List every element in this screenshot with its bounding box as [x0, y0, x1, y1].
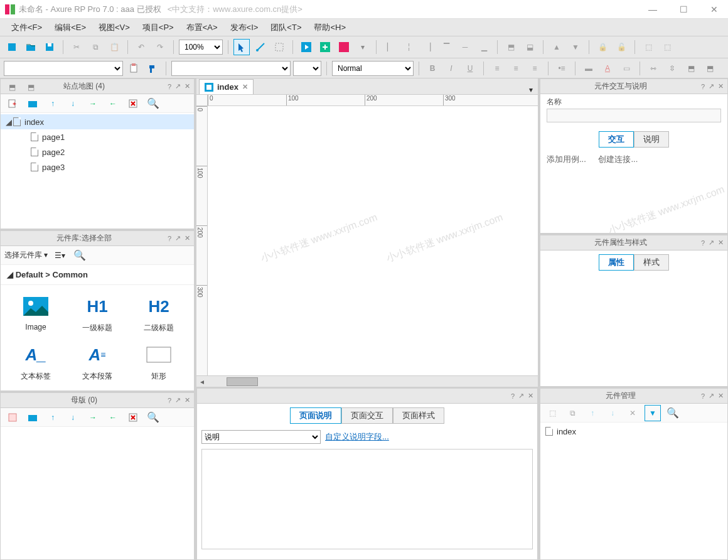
help-icon[interactable]: ?	[168, 235, 171, 242]
align-right-button[interactable]: ▕	[419, 39, 436, 55]
underline-button[interactable]: U	[462, 60, 478, 77]
dist-v-button[interactable]: ⇳	[664, 60, 680, 77]
tree-row-page2[interactable]: page2	[1, 144, 194, 159]
widget-category[interactable]: ◢ Default > Common	[1, 265, 194, 285]
italic-button[interactable]: I	[443, 60, 459, 77]
fill-color-button[interactable]: ▬	[581, 60, 597, 77]
canvas-area[interactable]: 小小软件迷 www.xxrjm.com 小小软件迷 www.xxrjm.com	[208, 106, 538, 375]
open-button[interactable]	[23, 39, 39, 55]
master-down-button[interactable]: ↓	[65, 409, 81, 426]
canvas-hscroll[interactable]: ◂	[196, 375, 538, 387]
menu-arrange[interactable]: 布置<A>	[180, 19, 224, 36]
connector-tool[interactable]	[252, 39, 269, 55]
widget-paragraph[interactable]: A≡ 文本段落	[68, 340, 126, 384]
menu-edit[interactable]: 编辑<E>	[48, 19, 92, 36]
create-link-link[interactable]: 创建连接...	[598, 154, 638, 164]
back-button[interactable]: ▼	[567, 39, 584, 55]
align-top-button[interactable]: ▔	[438, 39, 454, 55]
move-down-button[interactable]: ↓	[65, 95, 81, 112]
widget-h2[interactable]: H2 二级标题	[130, 291, 188, 336]
menu-team[interactable]: 团队<T>	[264, 19, 308, 36]
ungroup-button[interactable]: ⬓	[522, 39, 538, 55]
page-notes-textarea[interactable]	[201, 449, 533, 549]
custom-fields-link[interactable]: 自定义说明字段...	[325, 431, 389, 443]
add-master-button[interactable]	[4, 409, 21, 426]
help-icon[interactable]: ?	[701, 239, 705, 247]
preview-button[interactable]	[298, 39, 314, 55]
order-back-button[interactable]: ⬒	[702, 60, 718, 77]
delete-master-button[interactable]	[125, 409, 141, 426]
text-left-button[interactable]: ≡	[489, 60, 505, 77]
tree-row-page3[interactable]: page3	[1, 159, 194, 175]
group-button[interactable]: ⬒	[503, 39, 519, 55]
align-bottom-button[interactable]: ▁	[476, 39, 492, 55]
front-button[interactable]: ▲	[549, 39, 565, 55]
menu-project[interactable]: 项目<P>	[136, 19, 180, 36]
tab-properties[interactable]: 属性	[599, 254, 634, 271]
text-style-dropdown[interactable]: Normal	[332, 61, 414, 76]
notes-type-dropdown[interactable]: 说明	[201, 430, 321, 444]
tab-style[interactable]: 样式	[634, 254, 669, 271]
menu-help[interactable]: 帮助<H>	[308, 19, 352, 36]
font-family-dropdown[interactable]	[171, 61, 291, 76]
font-size-dropdown[interactable]	[293, 61, 321, 76]
tree-row-page1[interactable]: page1	[1, 129, 194, 144]
help-icon[interactable]: ?	[701, 392, 705, 400]
align-left-button[interactable]: ▏	[382, 39, 398, 55]
bullet-button[interactable]: •≡	[554, 60, 570, 77]
menu-view[interactable]: 视图<V>	[92, 19, 136, 36]
redo-button[interactable]: ↷	[152, 39, 168, 55]
add-master-folder-button[interactable]	[24, 409, 41, 426]
search-sitemap-button[interactable]: 🔍	[145, 95, 161, 112]
publish-button[interactable]	[317, 39, 333, 55]
menu-file[interactable]: 文件<F>	[5, 19, 48, 36]
close-panel-icon[interactable]: ✕	[185, 396, 190, 404]
border-color-button[interactable]: ▭	[618, 60, 634, 77]
master-right-button[interactable]: →	[85, 409, 101, 426]
tab-interactions[interactable]: 交互	[599, 131, 634, 148]
close-button[interactable]: ✕	[705, 3, 723, 16]
tree-row-index[interactable]: ◢ index	[1, 114, 194, 129]
more-publish-button[interactable]: ▾	[355, 39, 371, 55]
delete-page-button[interactable]	[125, 95, 141, 112]
copy-button[interactable]: ⧉	[87, 39, 104, 55]
widget-image[interactable]: Image	[7, 291, 65, 336]
order-fwd-button[interactable]: ⬒	[4, 79, 20, 95]
new-button[interactable]	[4, 39, 20, 55]
popout-icon[interactable]: ↗	[175, 396, 181, 404]
close-panel-icon[interactable]: ✕	[718, 82, 724, 90]
popout-icon[interactable]: ↗	[709, 82, 714, 90]
text-center-button[interactable]: ≡	[508, 60, 524, 77]
add-folder-button[interactable]	[24, 95, 41, 112]
select-library-dropdown[interactable]: 选择元件库 ▾	[4, 250, 48, 261]
popout-icon[interactable]: ↗	[175, 82, 181, 90]
widget-h1[interactable]: H1 一级标题	[68, 291, 126, 336]
tab-widget-notes[interactable]: 说明	[634, 131, 669, 148]
outline-btn1[interactable]: ⬚	[544, 405, 560, 421]
widget-rectangle[interactable]: 矩形	[130, 340, 188, 384]
spec-button[interactable]	[336, 39, 352, 55]
cut-button[interactable]: ✂	[68, 39, 85, 55]
tab-page-interactions[interactable]: 页面交互	[341, 407, 393, 424]
tabs-dropdown-icon[interactable]: ▾	[529, 85, 533, 94]
minimize-button[interactable]: —	[643, 3, 662, 16]
widget-style-dropdown[interactable]	[4, 61, 123, 76]
outline-down-button[interactable]: ↓	[604, 405, 621, 421]
lock-button[interactable]: 🔒	[594, 39, 611, 55]
move-right-button[interactable]: →	[85, 95, 101, 112]
misc-button-2[interactable]: ⬚	[659, 39, 675, 55]
outline-btn2[interactable]: ⧉	[564, 405, 581, 421]
dist-h-button[interactable]: ⇿	[645, 60, 661, 77]
text-color-button[interactable]: A	[599, 60, 616, 77]
master-left-button[interactable]: ←	[105, 409, 121, 426]
maximize-button[interactable]: ☐	[675, 3, 693, 16]
help-icon[interactable]: ?	[168, 397, 171, 404]
order-bwd-button[interactable]: ⬒	[23, 79, 39, 95]
paste-style-button[interactable]	[126, 60, 142, 77]
search-widgets-button[interactable]: 🔍	[72, 247, 88, 264]
close-panel-icon[interactable]: ✕	[718, 239, 724, 247]
canvas-tab-index[interactable]: index ✕	[199, 79, 254, 94]
save-button[interactable]	[41, 39, 58, 55]
close-panel-icon[interactable]: ✕	[185, 82, 190, 90]
bold-button[interactable]: B	[424, 60, 441, 77]
